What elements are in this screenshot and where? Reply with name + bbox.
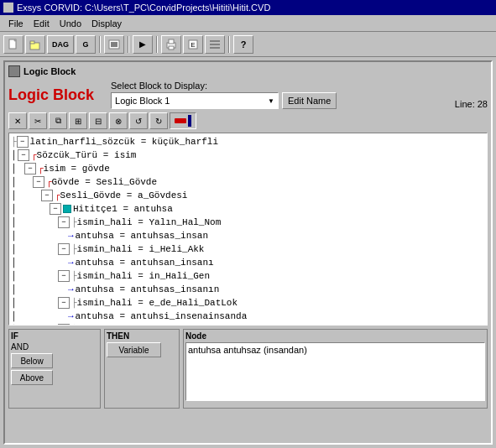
tree-row: │ − Hititçe1 = antuhsa <box>11 202 485 216</box>
red-icon: ┌ <box>55 189 60 202</box>
tree-expand[interactable]: − <box>58 216 70 228</box>
toolbar-sep3 <box>156 36 158 53</box>
menu-edit[interactable]: Edit <box>29 18 55 29</box>
red-icon: ┌ <box>31 148 37 162</box>
sub-tb-copy-btn[interactable]: ⧉ <box>49 112 67 129</box>
sub-tb-outdent-btn[interactable]: ⊟ <box>89 112 107 129</box>
block-dropdown[interactable]: Logic Block 1 ▼ <box>111 92 279 109</box>
tree-expand[interactable]: − <box>33 176 44 188</box>
svg-rect-10 <box>169 46 174 49</box>
title-text: Exsys CORVID: C:\Users\T_PC\CorvidProjec… <box>17 3 270 13</box>
tree-text: Sesli_Gövde = a_Gövdesi <box>60 189 188 202</box>
title-bar: Exsys CORVID: C:\Users\T_PC\CorvidProjec… <box>0 0 496 15</box>
cyan-box-icon <box>63 205 71 213</box>
node-text-area[interactable]: antuhsa antuhsaz (insandan) <box>185 342 485 401</box>
toolbar-new-btn[interactable] <box>3 35 23 54</box>
toolbar-help-btn[interactable]: ? <box>233 35 253 54</box>
if-panel: IF AND Below Above <box>8 329 101 409</box>
menu-undo[interactable]: Undo <box>55 18 86 29</box>
svg-rect-3 <box>30 41 34 44</box>
app-icon <box>3 3 13 13</box>
tree-connector: ├ <box>11 135 17 148</box>
header-row: Logic Block Select Block to Display: Log… <box>8 81 488 109</box>
dropdown-arrow-icon: ▼ <box>268 97 274 105</box>
tree-text: ismin_hali = ile_Hali_Inst <box>77 323 222 326</box>
arrow-right-icon: → <box>68 283 74 296</box>
sub-tb-undo-btn[interactable]: ↺ <box>129 112 148 129</box>
panel-icon <box>8 65 20 77</box>
then-panel-title: THEN <box>107 331 177 341</box>
tree-expand[interactable]: − <box>58 324 70 326</box>
arrow-right-icon: → <box>68 256 74 269</box>
toolbar-export-btn[interactable]: E <box>183 35 203 54</box>
svg-rect-17 <box>188 115 191 127</box>
svg-rect-14 <box>210 40 220 42</box>
tree-text: isim = gövde <box>44 162 110 175</box>
select-block-label: Select Block to Display: <box>111 81 337 91</box>
toolbar-dag-btn[interactable]: DAG <box>47 35 74 54</box>
logic-block-heading: Logic Block <box>8 86 94 104</box>
tree-text: latin_harfli_sözcük = küçük_harfli <box>30 135 218 148</box>
svg-rect-13 <box>210 44 220 45</box>
tree-expand[interactable]: − <box>58 270 70 282</box>
tree-expand[interactable]: − <box>24 163 36 175</box>
tree-row: │ − ┌ Gövde = Sesli_Gövde <box>11 175 485 189</box>
edit-name-button[interactable]: Edit Name <box>282 92 337 109</box>
tree-text: antuhsa = antuhsas_insanın <box>76 283 220 296</box>
if-above-button[interactable]: Above <box>11 370 53 385</box>
svg-rect-16 <box>175 118 186 123</box>
tree-expand[interactable]: − <box>17 136 29 148</box>
toolbar-g-btn[interactable]: G <box>76 35 96 54</box>
block-dropdown-value: Logic Block 1 <box>115 96 170 106</box>
toolbar-print-btn[interactable] <box>161 35 181 54</box>
tree-text: Hititçe1 = antuhsa <box>73 202 173 216</box>
tree-expand[interactable]: − <box>18 149 29 161</box>
tree-expand[interactable]: − <box>41 190 53 201</box>
sub-tb-cut2-btn[interactable]: ✂ <box>29 112 47 129</box>
tree-text: antuhsa = antuhsan_insanı <box>76 256 214 269</box>
tree-expand[interactable]: − <box>58 243 70 255</box>
tree-text: antuhsa = antuhsi_insenainsanda <box>76 310 248 323</box>
toolbar-settings-btn[interactable] <box>205 35 225 54</box>
sub-tb-indent-btn[interactable]: ⊞ <box>69 112 87 129</box>
svg-rect-15 <box>210 47 220 49</box>
tree-text: Sözcük_Türü = isim <box>37 148 137 162</box>
main-area: Logic Block Logic Block Select Block to … <box>0 57 496 448</box>
tree-row: │ − ┌ Sesli_Gövde = a_Gövdesi <box>11 189 485 202</box>
tree-expand[interactable]: − <box>50 203 61 215</box>
node-panel: Node antuhsa antuhsaz (insandan) <box>183 329 488 409</box>
toolbar-list-btn[interactable] <box>104 35 124 54</box>
tree-text: antuhsa = antuhsas_insan <box>76 229 208 242</box>
panel-title-bar: Logic Block <box>8 65 488 77</box>
then-panel: THEN Variable <box>104 329 180 409</box>
arrow-right-icon: → <box>68 229 74 242</box>
line-info: Line: 28 <box>455 99 488 109</box>
if-below-button[interactable]: Below <box>11 353 53 368</box>
tree-text: ismin_hali = e_de_Hali_DatLok <box>77 296 238 310</box>
tree-row: │ − ├ ismin_hali = in_Hali_Gen <box>11 269 485 283</box>
logic-block-panel: Logic Block Logic Block Select Block to … <box>3 60 493 445</box>
sub-tb-del-btn[interactable]: ⊗ <box>109 112 128 129</box>
tree-row: │ − ┌ Sözcük_Türü = isim <box>11 148 485 162</box>
menu-file[interactable]: File <box>3 18 29 29</box>
select-block-section: Select Block to Display: Logic Block 1 ▼… <box>111 81 337 109</box>
sub-tb-cut-btn[interactable]: ✕ <box>8 112 27 129</box>
tree-text: ismin_hali = Yalın_Hal_Nom <box>77 216 222 229</box>
tree-expand[interactable]: − <box>58 297 70 309</box>
sub-tb-mode1-btn[interactable] <box>170 112 196 129</box>
select-block-controls: Logic Block 1 ▼ Edit Name <box>111 92 337 109</box>
sub-tb-redo-btn[interactable]: ↻ <box>149 112 168 129</box>
tree-row: │ − ├ ismin_hali = Yalın_Hal_Nom <box>11 216 485 229</box>
toolbar-open-btn[interactable] <box>25 35 45 54</box>
menu-display[interactable]: Display <box>86 18 127 29</box>
tree-row: │ → antuhsa = antuhsas_insanın <box>11 283 485 296</box>
if-panel-title: IF <box>11 331 98 341</box>
tree-row: ├ − latin_harfli_sözcük = küçük_harfli <box>11 135 485 148</box>
tree-view[interactable]: ├ − latin_harfli_sözcük = küçük_harfli │… <box>8 133 488 326</box>
then-variable-button[interactable]: Variable <box>107 342 161 357</box>
tree-row: │ − ├ ismin_hali = e_de_Hali_DatLok <box>11 296 485 310</box>
tree-row: │ − ├ ismin_hali = i_Heli_Akk <box>11 242 485 256</box>
tree-row: │ − ┌ isim = gövde <box>11 162 485 175</box>
toolbar-run-btn[interactable]: ▶ <box>133 35 153 54</box>
sub-toolbar: ✕ ✂ ⧉ ⊞ ⊟ ⊗ ↺ ↻ <box>8 112 488 129</box>
